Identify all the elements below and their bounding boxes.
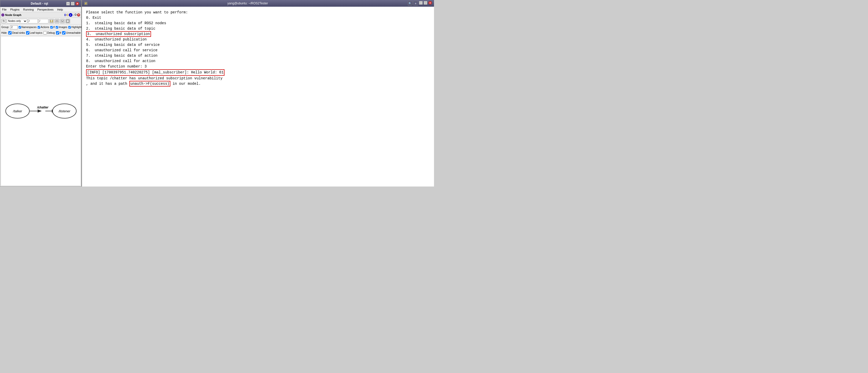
menu-plugins[interactable]: Plugins: [9, 8, 20, 11]
terminal-line-2: 0. Exit: [86, 15, 430, 21]
terminal-line-11: Enter the function number: 3: [86, 64, 430, 69]
load-button[interactable]: [55, 19, 59, 24]
terminal-line-14: , and it has a path unauth->F(success) i…: [86, 81, 430, 87]
terminal-line-9: 7. stealing basic data of action: [86, 53, 430, 59]
tf-option-label[interactable]: tf: [50, 26, 55, 29]
path-input[interactable]: [39, 19, 49, 24]
terminal-line-4: 2. stealing basic data of topic: [86, 26, 430, 31]
path-highlight: unauth->F(success): [129, 81, 170, 87]
dead-sinks-label[interactable]: Dead sinks: [8, 31, 25, 34]
group-spinbox[interactable]: [10, 25, 18, 29]
svg-point-8: [6, 104, 29, 118]
e-icon: e: [69, 13, 72, 17]
fullscreen-button[interactable]: [65, 19, 70, 24]
hide-label: Hide:: [1, 31, 7, 34]
namespace-input[interactable]: [28, 19, 38, 24]
tf-hide-checkbox[interactable]: [56, 31, 59, 34]
refresh-button[interactable]: ↻: [1, 19, 6, 24]
close-button[interactable]: ✕: [75, 2, 79, 5]
svg-rect-5: [66, 20, 69, 23]
terminal-search-button[interactable]: 🔍: [408, 1, 412, 6]
export-button[interactable]: [60, 19, 65, 24]
c-icon: C: [66, 13, 68, 17]
images-label[interactable]: Images: [56, 26, 67, 29]
svg-text:/chatter: /chatter: [37, 105, 49, 109]
svg-text:/listener: /listener: [58, 109, 70, 113]
menu-bar: File Plugins Running Perspectives Help: [0, 7, 81, 12]
debug-label[interactable]: Debug: [43, 31, 55, 34]
actions-checkbox[interactable]: [38, 26, 40, 29]
terminal-minimize[interactable]: –: [419, 1, 423, 5]
menu-running[interactable]: Running: [23, 8, 34, 11]
svg-rect-1: [51, 20, 52, 21]
terminal-line-8: 6. unauthorized call for service: [86, 48, 430, 53]
node-graph-controls: - O: [73, 13, 76, 16]
highlight-checkbox[interactable]: [68, 26, 71, 29]
svg-point-10: [53, 104, 76, 118]
images-checkbox[interactable]: [56, 26, 58, 29]
tf-hide-label[interactable]: tf: [56, 31, 61, 34]
terminal-window: ⚡ yang@ubuntu: ~/ROS2Tester 🔍 ≡ – □ ✕ Pl…: [82, 0, 434, 187]
terminal-line-7: 5. stealing basic data of service: [86, 42, 430, 48]
node-graph-icon: [1, 13, 4, 17]
toolbar-row: ↻ Nodes only: [0, 18, 81, 25]
menu-help[interactable]: Help: [57, 8, 64, 11]
terminal-line-12: [INFO] [1700397951.740220275] [mal_subsc…: [86, 69, 430, 76]
minimize-button[interactable]: –: [66, 2, 70, 5]
svg-text:/talker: /talker: [12, 109, 22, 113]
terminal-line-13: This topic /chatter has unauthorized sub…: [86, 76, 430, 81]
tf-option-checkbox[interactable]: [50, 26, 53, 29]
unreachable-label[interactable]: Unreachable: [62, 31, 81, 34]
terminal-close[interactable]: ✕: [428, 1, 432, 5]
line5-highlight: 3. unauthorized subscription: [86, 31, 151, 37]
window-controls: – □ ✕: [66, 2, 79, 5]
node-graph-right-controls: D C e - O ✕: [64, 13, 80, 17]
node-graph-header: Node Graph D C e - O ✕: [0, 12, 81, 18]
leaf-topics-checkbox[interactable]: [26, 31, 29, 34]
menu-perspectives[interactable]: Perspectives: [37, 8, 54, 11]
actions-label[interactable]: Actions: [38, 26, 49, 29]
svg-rect-3: [56, 20, 58, 23]
terminal-title-left: ⚡: [84, 2, 88, 5]
debug-checkbox[interactable]: [43, 31, 46, 34]
namespaces-label[interactable]: Namespaces: [19, 26, 37, 29]
group-label: Group:: [1, 26, 9, 29]
terminal-line-6: 4. unauthorized publication: [86, 37, 430, 42]
terminal-title: yang@ubuntu: ~/ROS2Tester: [227, 2, 268, 5]
graph-arrows-svg: /talker /listener /chatter: [5, 96, 77, 126]
filter-dropdown[interactable]: Nodes only: [7, 19, 27, 24]
rqt-title-bar: Default - rqt – □ ✕: [0, 0, 81, 7]
namespaces-checkbox[interactable]: [19, 26, 21, 29]
maximize-button[interactable]: □: [71, 2, 74, 5]
node-graph-title-area: Node Graph: [1, 13, 21, 17]
terminal-window-controls: 🔍 ≡ – □ ✕: [408, 1, 432, 6]
terminal-menu-button[interactable]: ≡: [413, 1, 418, 6]
rqt-window: Default - rqt – □ ✕ File Plugins Running…: [0, 0, 82, 187]
highlight-label[interactable]: Highlight: [68, 26, 82, 29]
terminal-title-bar: ⚡ yang@ubuntu: ~/ROS2Tester 🔍 ≡ – □ ✕: [82, 0, 434, 7]
graph-container: /talker /listener /chatter: [5, 96, 77, 126]
terminal-line-1: Please select the function you want to p…: [86, 10, 430, 15]
rqt-title: Default - rqt: [12, 2, 66, 5]
hide-row: Hide: Dead sinks Leaf topics Debug tf Un…: [0, 30, 81, 36]
terminal-line-5: 3. unauthorized subscription: [86, 31, 430, 37]
terminal-line-10: 8. unauthorized call for action: [86, 59, 430, 64]
node-graph-close[interactable]: ✕: [77, 13, 80, 17]
node-graph-label: Node Graph: [5, 13, 21, 17]
terminal-maximize[interactable]: □: [424, 1, 427, 5]
terminal-content: Please select the function you want to p…: [82, 7, 434, 187]
info-line-highlight: [INFO] [1700397951.740220275] [mal_subsc…: [86, 69, 224, 76]
graph-canvas: /talker /listener /chatter: [1, 36, 81, 186]
leaf-topics-label[interactable]: Leaf topics: [26, 31, 42, 34]
terminal-icon: ⚡: [84, 2, 88, 5]
options-row: Group: Namespaces Actions tf Images High…: [0, 25, 81, 30]
save-button[interactable]: [49, 19, 54, 24]
unreachable-checkbox[interactable]: [62, 31, 65, 34]
svg-rect-2: [51, 21, 52, 22]
svg-rect-4: [61, 20, 64, 23]
d-icon: D: [64, 13, 66, 17]
terminal-line-3: 1. stealing basic data of ROS2 nodes: [86, 21, 430, 26]
dce-badge: D C e: [64, 13, 72, 17]
menu-file[interactable]: File: [1, 8, 7, 11]
dead-sinks-checkbox[interactable]: [8, 31, 11, 34]
